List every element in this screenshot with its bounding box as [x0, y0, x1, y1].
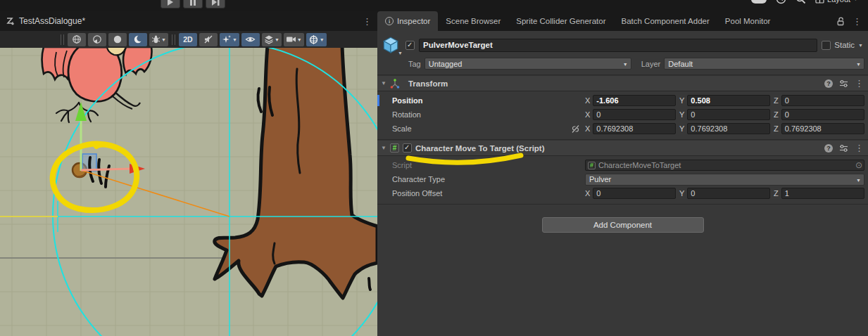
layer-label: Layer: [641, 60, 661, 68]
object-picker-icon[interactable]: ⊙: [855, 160, 862, 170]
scale-label[interactable]: Scale: [392, 124, 571, 133]
orientation-gizmo-dropdown[interactable]: ▼: [306, 33, 327, 46]
rotation-z-value: 0: [785, 110, 789, 119]
scene-tab-menu-icon[interactable]: ⋮: [363, 17, 372, 26]
axis-x-label: X: [585, 110, 590, 119]
inspector-menu-icon[interactable]: ⋮: [853, 17, 862, 26]
tab-batch-component-adder[interactable]: Batch Component Adder: [614, 11, 717, 31]
transform-menu-icon[interactable]: ⋮: [855, 79, 864, 88]
pause-icon: [189, 0, 196, 6]
layers-dropdown[interactable]: ▼: [262, 33, 282, 46]
camera-caret-icon: ▼: [297, 37, 302, 42]
effects-dropdown[interactable]: ▼: [220, 33, 239, 46]
scale-y-field[interactable]: 0.7692308: [687, 123, 770, 134]
scene-tab-title[interactable]: TestAssDialogue*: [19, 16, 85, 26]
transform-icon: [390, 79, 400, 89]
rotation-z-field[interactable]: 0: [781, 109, 864, 120]
layout-caret-icon: ▼: [853, 0, 858, 1]
transform-help-icon[interactable]: ?: [824, 79, 833, 88]
scene-viewport[interactable]: [0, 48, 377, 336]
script-foldout-icon[interactable]: ▼: [381, 145, 386, 151]
draw-mode-shaded-button[interactable]: [108, 33, 127, 46]
script-object-field[interactable]: # CharacterMoveToTarget ⊙: [585, 160, 864, 171]
audio-muted-icon: [203, 34, 213, 44]
orientation-sphere-icon: [308, 34, 319, 45]
static-checkbox[interactable]: [822, 41, 831, 50]
scale-x-field[interactable]: 0.7692308: [593, 123, 676, 134]
position-x-field[interactable]: -1.606: [593, 95, 676, 106]
x-axis-handle-line[interactable]: [81, 169, 131, 170]
position-offset-row: Position Offset X 0 Y 0 Z 1: [377, 186, 868, 200]
tag-label: Tag: [408, 60, 421, 68]
rotation-y-field[interactable]: 0: [687, 109, 770, 120]
script-object-value: CharacterMoveToTarget: [598, 161, 681, 169]
toolbar-grip[interactable]: [61, 34, 64, 45]
step-button[interactable]: [206, 0, 225, 8]
unlinked-scale-icon[interactable]: [571, 124, 580, 134]
script-enabled-checkbox[interactable]: [403, 143, 412, 153]
rotation-x-field[interactable]: 0: [593, 109, 676, 120]
axis-x-label: X: [585, 189, 590, 198]
position-z-field[interactable]: 0: [781, 95, 864, 106]
info-icon: i: [385, 17, 394, 25]
script-help-icon[interactable]: ?: [824, 144, 833, 153]
mode-2d-label: 2D: [183, 35, 192, 44]
offset-x-field[interactable]: 0: [593, 188, 676, 199]
transform-presets-icon[interactable]: [839, 79, 848, 88]
static-group: Static ▼: [822, 41, 864, 50]
audio-mute-toggle[interactable]: [199, 33, 218, 46]
scene-tab-icon: [6, 17, 15, 26]
lock-icon[interactable]: [836, 17, 845, 26]
tab-pool-monitor[interactable]: Pool Monitor: [717, 11, 779, 31]
layer-value: Default: [668, 60, 693, 68]
scale-z-field[interactable]: 0.7692308: [781, 123, 864, 134]
gameobject-active-checkbox[interactable]: [405, 41, 415, 50]
character-type-caret-icon: ▼: [856, 178, 861, 183]
offset-z-field[interactable]: 1: [781, 188, 864, 199]
play-button[interactable]: [161, 0, 180, 8]
static-label: Static: [834, 41, 855, 49]
bird-body: [68, 48, 122, 101]
mode-2d-toggle[interactable]: 2D: [179, 33, 197, 46]
draw-mode-shaded-wire-button[interactable]: [88, 33, 106, 46]
offset-y-field[interactable]: 0: [687, 188, 770, 199]
cloud-button[interactable]: [751, 0, 767, 4]
scene-lighting-toggle[interactable]: [129, 33, 147, 46]
position-offset-label[interactable]: Position Offset: [392, 189, 571, 198]
offset-z-value: 1: [785, 189, 789, 198]
toolbar-grip[interactable]: [172, 34, 175, 45]
gameobject-name-field[interactable]: PulverMoveTarget: [419, 39, 817, 52]
pause-button[interactable]: [183, 0, 203, 8]
script-presets-icon[interactable]: [839, 144, 848, 153]
transform-foldout-icon[interactable]: ▼: [381, 80, 386, 86]
character-type-value: Pulver: [589, 175, 611, 183]
layer-dropdown[interactable]: Default ▼: [664, 58, 864, 70]
position-label[interactable]: Position: [392, 96, 571, 105]
scale-row: Scale X 0.7692308 Y 0.7692308 Z: [377, 122, 868, 136]
static-caret-icon[interactable]: ▼: [858, 43, 863, 48]
undo-history-icon[interactable]: [776, 0, 786, 4]
tab-scene-browser[interactable]: Scene Browser: [438, 11, 508, 31]
search-icon[interactable]: [795, 0, 806, 4]
add-component-button[interactable]: Add Component: [542, 217, 704, 233]
debug-bug-dropdown[interactable]: ▼: [149, 33, 168, 46]
rotation-label[interactable]: Rotation: [392, 110, 571, 119]
tab-inspector[interactable]: i Inspector: [377, 11, 438, 31]
scene-visibility-toggle[interactable]: [241, 33, 260, 46]
tag-dropdown[interactable]: Untagged ▼: [424, 58, 631, 70]
script-component-header[interactable]: ▼ # Character Move To Target (Script) ? …: [377, 140, 868, 156]
unity-editor-window: Layout ▼ TestAssDialogue* ⋮: [0, 0, 868, 336]
scene-view-toolbar: ▼ 2D ▼ ▼ ▼: [0, 31, 377, 48]
gameobject-icon-wrap[interactable]: ▼: [382, 36, 401, 54]
tab-sprite-collider-generator[interactable]: Sprite Collider Generator: [508, 11, 613, 31]
topbar-right-controls: Layout ▼: [751, 0, 858, 4]
draw-mode-wireframe-button[interactable]: [68, 33, 86, 46]
character-type-dropdown[interactable]: Pulver ▼: [585, 174, 864, 186]
layers-caret-icon: ▼: [275, 37, 279, 42]
character-type-label[interactable]: Character Type: [392, 175, 571, 183]
transform-header[interactable]: ▼ Transform ? ⋮: [377, 75, 868, 91]
layout-dropdown[interactable]: Layout ▼: [815, 0, 858, 4]
position-y-field[interactable]: 0.508: [687, 95, 770, 106]
script-menu-icon[interactable]: ⋮: [855, 143, 864, 153]
camera-dropdown[interactable]: ▼: [284, 33, 304, 46]
